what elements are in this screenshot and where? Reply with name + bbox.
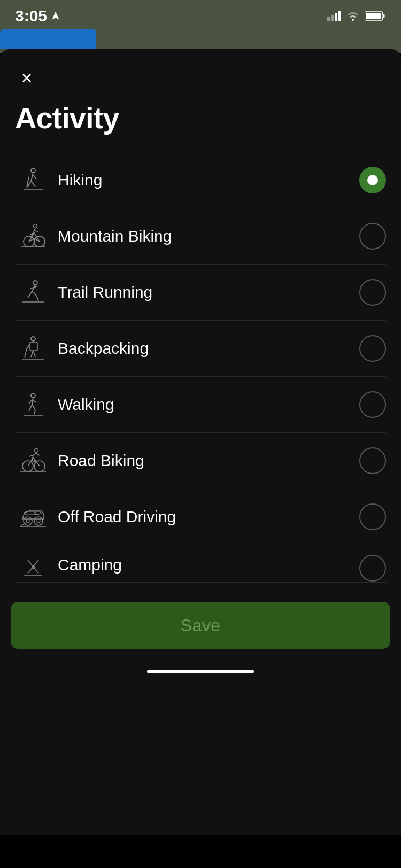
- time-display: 3:05: [15, 7, 47, 25]
- svg-rect-0: [327, 17, 330, 21]
- camping-icon: [15, 554, 51, 580]
- road-biking-label: Road Biking: [58, 452, 359, 470]
- svg-point-35: [31, 393, 35, 398]
- backpacking-label: Backpacking: [58, 339, 359, 358]
- mountain-biking-radio[interactable]: [359, 223, 386, 250]
- walking-label: Walking: [58, 396, 359, 414]
- svg-line-33: [25, 348, 27, 358]
- home-bar: [147, 670, 254, 673]
- camping-radio[interactable]: [359, 555, 386, 582]
- trail-running-icon: [15, 276, 51, 308]
- svg-point-9: [31, 168, 35, 173]
- home-indicator: [0, 660, 401, 683]
- svg-rect-2: [335, 13, 337, 21]
- svg-line-40: [32, 405, 35, 410]
- activity-item-backpacking[interactable]: Backpacking: [15, 321, 386, 377]
- activity-item-walking[interactable]: Walking: [15, 377, 386, 433]
- page-title: Activity: [0, 90, 401, 152]
- svg-point-16: [34, 224, 37, 228]
- walking-radio[interactable]: [359, 391, 386, 418]
- activity-item-trail-running[interactable]: Trail Running: [15, 265, 386, 321]
- close-button[interactable]: [15, 66, 38, 90]
- backpacking-icon: [15, 332, 51, 365]
- svg-line-41: [34, 410, 35, 414]
- svg-line-31: [33, 351, 35, 357]
- off-road-driving-label: Off Road Driving: [58, 508, 359, 526]
- svg-line-13: [33, 175, 36, 179]
- hiking-radio[interactable]: [359, 167, 386, 193]
- svg-line-39: [29, 405, 32, 411]
- hiking-icon: [15, 164, 51, 196]
- mountain-biking-label: Mountain Biking: [58, 227, 359, 245]
- svg-rect-6: [366, 13, 381, 19]
- camping-label: Camping: [58, 554, 359, 574]
- activity-item-road-biking[interactable]: Road Biking: [15, 433, 386, 489]
- svg-rect-1: [331, 15, 334, 21]
- wifi-icon: [345, 10, 360, 22]
- svg-point-51: [37, 520, 40, 523]
- svg-line-10: [31, 173, 33, 181]
- svg-rect-29: [30, 342, 37, 351]
- off-road-driving-radio[interactable]: [359, 503, 386, 530]
- top-tab: [0, 29, 401, 49]
- svg-line-37: [29, 400, 32, 404]
- save-button-container: Save: [0, 593, 401, 660]
- battery-icon: [365, 11, 386, 21]
- tab-item[interactable]: [0, 29, 96, 49]
- svg-point-20: [33, 281, 37, 285]
- close-icon: [19, 71, 34, 86]
- activity-item-camping[interactable]: Camping: [15, 545, 386, 583]
- backpacking-radio[interactable]: [359, 335, 386, 362]
- svg-rect-3: [338, 11, 341, 21]
- svg-point-48: [24, 517, 32, 525]
- svg-line-25: [32, 291, 36, 296]
- trail-running-label: Trail Running: [58, 283, 359, 301]
- hiking-label: Hiking: [58, 171, 359, 189]
- save-button[interactable]: Save: [11, 602, 390, 649]
- status-bar: 3:05: [0, 0, 401, 29]
- activity-item-hiking[interactable]: Hiking: [15, 152, 386, 208]
- walking-icon: [15, 389, 51, 421]
- activity-item-off-road-driving[interactable]: Off Road Driving: [15, 489, 386, 545]
- svg-point-43: [35, 449, 38, 453]
- svg-line-36: [32, 398, 33, 405]
- activity-item-mountain-biking[interactable]: Mountain Biking: [15, 208, 386, 265]
- svg-line-12: [31, 181, 35, 187]
- activity-sheet: Activity Hiking: [0, 49, 401, 835]
- status-time: 3:05: [15, 7, 61, 25]
- activity-list: Hiking: [0, 152, 401, 583]
- trail-running-radio[interactable]: [359, 279, 386, 306]
- svg-line-24: [28, 291, 32, 298]
- location-arrow-icon: [50, 11, 61, 21]
- svg-line-26: [36, 296, 38, 301]
- road-biking-radio[interactable]: [359, 447, 386, 474]
- close-button-area: [0, 49, 401, 90]
- svg-line-32: [27, 344, 30, 348]
- svg-point-49: [34, 517, 43, 525]
- svg-point-28: [31, 337, 35, 341]
- signal-icon: [327, 11, 341, 21]
- mountain-biking-icon: [15, 220, 51, 252]
- svg-line-30: [31, 351, 33, 357]
- svg-rect-5: [383, 14, 385, 18]
- status-icons: [327, 10, 386, 22]
- off-road-driving-icon: [15, 501, 51, 533]
- road-biking-icon: [15, 445, 51, 477]
